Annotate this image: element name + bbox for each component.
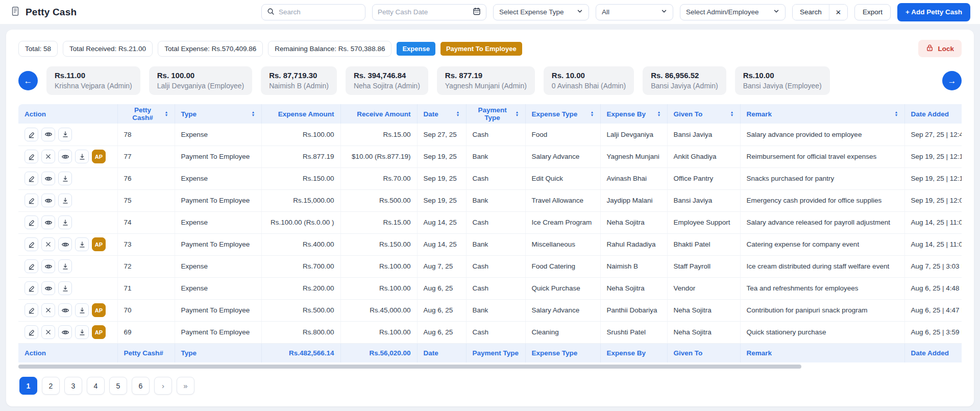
cancel-button[interactable] [41,150,55,163]
column-header-payment-type[interactable]: Payment Type▲▼ [466,104,525,124]
ap-approve-badge[interactable]: AP [92,150,106,163]
view-button[interactable] [41,215,55,229]
search-button[interactable]: Search [793,5,829,20]
search-input[interactable] [279,8,360,16]
download-button[interactable] [75,303,89,317]
balance-amount: Rs. 86,956.52 [651,71,718,80]
edit-button[interactable] [24,194,38,207]
view-button[interactable] [41,128,55,141]
sort-icon[interactable]: ▲▼ [895,111,898,117]
clear-search-button[interactable]: ✕ [829,5,847,20]
sort-icon[interactable]: ▲▼ [456,111,460,117]
view-eye-icon [44,130,53,138]
page-button-2[interactable]: 2 [42,377,60,395]
view-button[interactable] [58,325,72,339]
download-button[interactable] [58,281,72,295]
cancel-button[interactable] [41,237,55,251]
cell-type: Payment To Employee [175,299,261,321]
add-petty-cash-button[interactable]: + Add Petty Cash [897,3,970,21]
edit-button[interactable] [24,128,38,141]
cancel-button[interactable] [41,303,55,317]
footer-cell-given-to: Given To [667,343,740,362]
sort-icon[interactable]: ▲▼ [591,111,594,117]
edit-button[interactable] [24,325,38,339]
view-button[interactable] [41,259,55,273]
ap-approve-badge[interactable]: AP [92,325,106,339]
page-button-5[interactable]: 5 [109,377,127,395]
download-button[interactable] [58,128,72,141]
record-type-select[interactable]: All [596,4,673,20]
expense-type-select[interactable]: Select Expense Type [493,4,589,20]
cancel-button[interactable] [41,325,55,339]
table-row: AP73Payment To EmployeeRs.400.00Rs.150.0… [18,233,962,255]
edit-button[interactable] [24,259,38,273]
page-button-1[interactable]: 1 [19,377,37,395]
cancel-x-icon [45,153,52,160]
lock-button[interactable]: Lock [918,40,962,57]
cell-remark: Salary advance released for payroll adju… [740,211,904,233]
download-button[interactable] [75,325,89,339]
download-button[interactable] [58,259,72,273]
balance-holder: Yagnesh Munjani (Admin) [445,82,527,90]
page-button-4[interactable]: 4 [87,377,105,395]
sort-icon[interactable]: ▲▼ [516,111,519,117]
table-row: 78ExpenseRs.100.00Rs.15.00Sep 27, 25Cash… [18,124,962,146]
cell-petty-cash-no: 69 [117,321,175,343]
ap-approve-badge[interactable]: AP [92,303,106,317]
cell-given-to: Office Pantry [667,167,740,189]
view-eye-icon [61,328,69,336]
carousel-next-button[interactable]: → [942,71,962,90]
download-button[interactable] [75,150,89,163]
view-button[interactable] [41,281,55,295]
edit-button[interactable] [24,303,38,317]
page-button-3[interactable]: 3 [64,377,82,395]
footer-cell-type: Type [175,343,261,362]
column-header-expense-type[interactable]: Expense Type▲▼ [525,104,600,124]
chevron-down-icon [577,8,583,16]
last-page-button[interactable]: » [177,377,194,395]
view-button[interactable] [41,194,55,207]
sort-icon[interactable]: ▲▼ [165,111,168,117]
column-header-given-to[interactable]: Given To▲▼ [667,104,740,124]
calendar-icon[interactable] [473,7,481,17]
footer-cell-remark: Remark [740,343,904,362]
column-header-expense-by[interactable]: Expense By▲▼ [600,104,667,124]
sort-icon[interactable]: ▲▼ [730,111,734,117]
column-header-type[interactable]: Type▲▼ [175,104,261,124]
column-header-expense-amount: Expense Amount [261,104,340,124]
download-button[interactable] [58,172,72,185]
edit-button[interactable] [24,281,38,295]
ap-approve-badge[interactable]: AP [92,237,106,251]
petty-cash-table-container: ActionPetty Cash#▲▼Type▲▼Expense AmountR… [18,104,962,362]
page-button-6[interactable]: 6 [132,377,150,395]
column-header-petty-cash-no[interactable]: Petty Cash#▲▼ [117,104,175,124]
footer-cell-expense-by: Expense By [600,343,667,362]
petty-cash-date-input[interactable] [378,8,469,16]
sort-icon[interactable]: ▲▼ [252,111,255,117]
view-button[interactable] [58,237,72,251]
column-header-remark[interactable]: Remark▲▼ [740,104,904,124]
edit-button[interactable] [24,150,38,163]
carousel-prev-button[interactable]: ← [18,71,38,90]
sort-icon[interactable]: ▲▼ [657,111,661,117]
view-button[interactable] [41,172,55,185]
cell-actions [18,124,117,146]
edit-button[interactable] [24,237,38,251]
cancel-x-icon [45,329,52,335]
download-button[interactable] [58,194,72,207]
download-button[interactable] [58,215,72,229]
edit-pencil-icon [28,306,35,314]
edit-button[interactable] [24,172,38,185]
view-button[interactable] [58,303,72,317]
view-button[interactable] [58,150,72,163]
column-header-date[interactable]: Date▲▼ [417,104,466,124]
download-button[interactable] [75,237,89,251]
export-button[interactable]: Export [854,4,891,20]
horizontal-scrollbar-thumb[interactable] [18,365,801,369]
cell-date-added: Aug 6, 25 | 4:47 PM [904,299,962,321]
next-page-button[interactable]: › [154,377,172,395]
admin-employee-select[interactable]: Select Admin/Employee [680,4,786,20]
cell-petty-cash-no: 73 [117,233,175,255]
cell-date: Aug 14, 25 [417,211,466,233]
edit-button[interactable] [24,215,38,229]
